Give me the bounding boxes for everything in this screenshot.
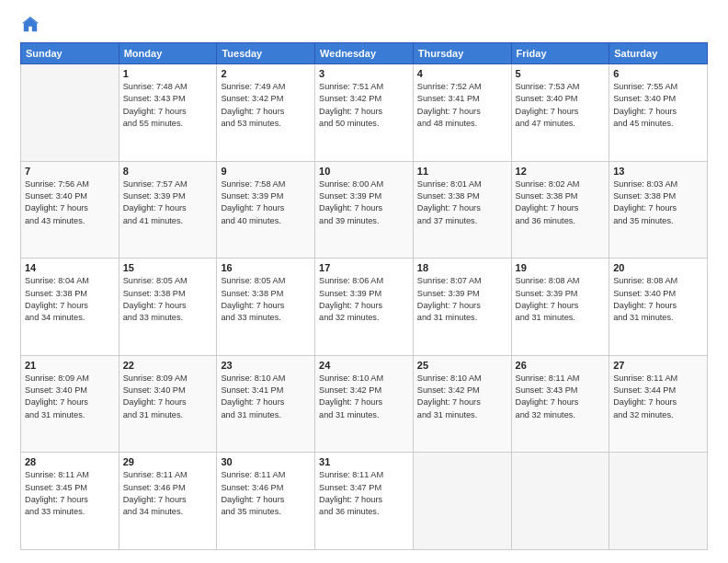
day-number: 2: [221, 68, 311, 79]
day-number: 22: [123, 360, 213, 371]
day-info: Sunrise: 7:58 AMSunset: 3:39 PMDaylight:…: [221, 178, 311, 227]
day-info: Sunrise: 8:01 AMSunset: 3:38 PMDaylight:…: [417, 178, 507, 227]
calendar-cell: 7Sunrise: 7:56 AMSunset: 3:40 PMDaylight…: [21, 161, 119, 259]
day-number: 18: [417, 262, 507, 273]
day-info: Sunrise: 8:11 AMSunset: 3:45 PMDaylight:…: [25, 469, 115, 518]
calendar-cell: 8Sunrise: 7:57 AMSunset: 3:39 PMDaylight…: [119, 161, 217, 259]
page: SundayMondayTuesdayWednesdayThursdayFrid…: [0, 0, 728, 563]
day-info: Sunrise: 8:11 AMSunset: 3:43 PMDaylight:…: [516, 373, 606, 421]
calendar-cell: 30Sunrise: 8:11 AMSunset: 3:46 PMDayligh…: [217, 453, 315, 550]
calendar-cell: 14Sunrise: 8:04 AMSunset: 3:38 PMDayligh…: [21, 259, 119, 356]
day-number: 24: [319, 360, 409, 371]
calendar-cell: 22Sunrise: 8:09 AMSunset: 3:40 PMDayligh…: [119, 355, 217, 453]
calendar-cell: 20Sunrise: 8:08 AMSunset: 3:40 PMDayligh…: [609, 259, 708, 356]
week-row-4: 21Sunrise: 8:09 AMSunset: 3:40 PMDayligh…: [21, 355, 708, 453]
day-number: 5: [516, 68, 606, 79]
day-info: Sunrise: 8:06 AMSunset: 3:39 PMDaylight:…: [319, 275, 409, 324]
day-info: Sunrise: 7:53 AMSunset: 3:40 PMDaylight:…: [516, 81, 606, 130]
calendar-cell: 18Sunrise: 8:07 AMSunset: 3:39 PMDayligh…: [413, 259, 511, 356]
day-number: 15: [123, 262, 213, 273]
day-info: Sunrise: 8:09 AMSunset: 3:40 PMDaylight:…: [123, 373, 213, 421]
calendar-cell: 9Sunrise: 7:58 AMSunset: 3:39 PMDaylight…: [217, 161, 315, 259]
week-row-2: 7Sunrise: 7:56 AMSunset: 3:40 PMDaylight…: [21, 161, 708, 259]
day-info: Sunrise: 8:08 AMSunset: 3:40 PMDaylight:…: [613, 275, 703, 324]
calendar-cell: 4Sunrise: 7:52 AMSunset: 3:41 PMDaylight…: [413, 64, 511, 162]
calendar-table: SundayMondayTuesdayWednesdayThursdayFrid…: [20, 42, 708, 550]
day-info: Sunrise: 8:11 AMSunset: 3:44 PMDaylight:…: [613, 373, 703, 421]
day-number: 13: [613, 166, 703, 177]
day-number: 8: [123, 166, 213, 177]
day-info: Sunrise: 8:03 AMSunset: 3:38 PMDaylight:…: [613, 178, 703, 227]
day-number: 30: [221, 456, 311, 467]
calendar-cell: 27Sunrise: 8:11 AMSunset: 3:44 PMDayligh…: [609, 355, 708, 453]
day-info: Sunrise: 7:51 AMSunset: 3:42 PMDaylight:…: [319, 81, 409, 130]
day-number: 11: [417, 166, 507, 177]
calendar-cell: 29Sunrise: 8:11 AMSunset: 3:46 PMDayligh…: [119, 453, 217, 550]
calendar-cell: 5Sunrise: 7:53 AMSunset: 3:40 PMDaylight…: [511, 64, 609, 162]
calendar-cell: 10Sunrise: 8:00 AMSunset: 3:39 PMDayligh…: [315, 161, 414, 259]
day-info: Sunrise: 8:10 AMSunset: 3:42 PMDaylight:…: [319, 373, 409, 421]
calendar-cell: 2Sunrise: 7:49 AMSunset: 3:42 PMDaylight…: [217, 64, 315, 162]
calendar-cell: 24Sunrise: 8:10 AMSunset: 3:42 PMDayligh…: [315, 355, 414, 453]
day-header-thursday: Thursday: [413, 43, 511, 64]
days-header-row: SundayMondayTuesdayWednesdayThursdayFrid…: [21, 43, 708, 64]
day-number: 9: [221, 166, 311, 177]
day-number: 23: [221, 360, 311, 371]
calendar-cell: [609, 453, 708, 550]
day-number: 27: [613, 360, 703, 371]
calendar-cell: 15Sunrise: 8:05 AMSunset: 3:38 PMDayligh…: [119, 259, 217, 356]
day-info: Sunrise: 8:08 AMSunset: 3:39 PMDaylight:…: [516, 275, 606, 324]
day-number: 4: [417, 68, 507, 79]
calendar-cell: 21Sunrise: 8:09 AMSunset: 3:40 PMDayligh…: [21, 355, 119, 453]
week-row-5: 28Sunrise: 8:11 AMSunset: 3:45 PMDayligh…: [21, 453, 708, 550]
logo: [20, 17, 39, 33]
day-number: 31: [319, 456, 409, 467]
day-number: 20: [613, 262, 703, 273]
calendar-cell: 26Sunrise: 8:11 AMSunset: 3:43 PMDayligh…: [511, 355, 609, 453]
calendar-cell: 13Sunrise: 8:03 AMSunset: 3:38 PMDayligh…: [609, 161, 708, 259]
day-number: 25: [417, 360, 507, 371]
calendar-cell: 3Sunrise: 7:51 AMSunset: 3:42 PMDaylight…: [315, 64, 414, 162]
header: [20, 17, 708, 33]
day-info: Sunrise: 7:57 AMSunset: 3:39 PMDaylight:…: [123, 178, 213, 227]
day-info: Sunrise: 8:05 AMSunset: 3:38 PMDaylight:…: [221, 275, 311, 324]
calendar-cell: 12Sunrise: 8:02 AMSunset: 3:38 PMDayligh…: [511, 161, 609, 259]
calendar-cell: 19Sunrise: 8:08 AMSunset: 3:39 PMDayligh…: [511, 259, 609, 356]
day-header-monday: Monday: [119, 43, 217, 64]
day-info: Sunrise: 7:48 AMSunset: 3:43 PMDaylight:…: [123, 81, 213, 130]
day-info: Sunrise: 8:04 AMSunset: 3:38 PMDaylight:…: [25, 275, 115, 324]
day-info: Sunrise: 8:10 AMSunset: 3:42 PMDaylight:…: [417, 373, 507, 421]
day-number: 28: [25, 456, 115, 467]
day-info: Sunrise: 8:11 AMSunset: 3:46 PMDaylight:…: [123, 469, 213, 518]
day-header-saturday: Saturday: [609, 43, 708, 64]
day-number: 12: [516, 166, 606, 177]
day-info: Sunrise: 7:52 AMSunset: 3:41 PMDaylight:…: [417, 81, 507, 130]
day-info: Sunrise: 8:02 AMSunset: 3:38 PMDaylight:…: [516, 178, 606, 227]
day-number: 7: [25, 166, 115, 177]
day-info: Sunrise: 7:49 AMSunset: 3:42 PMDaylight:…: [221, 81, 311, 130]
day-info: Sunrise: 8:07 AMSunset: 3:39 PMDaylight:…: [417, 275, 507, 324]
day-number: 14: [25, 262, 115, 273]
logo-icon: [22, 17, 39, 33]
day-number: 10: [319, 166, 409, 177]
day-info: Sunrise: 8:05 AMSunset: 3:38 PMDaylight:…: [123, 275, 213, 324]
calendar-cell: 23Sunrise: 8:10 AMSunset: 3:41 PMDayligh…: [217, 355, 315, 453]
day-number: 17: [319, 262, 409, 273]
calendar-cell: 31Sunrise: 8:11 AMSunset: 3:47 PMDayligh…: [315, 453, 414, 550]
calendar-cell: 17Sunrise: 8:06 AMSunset: 3:39 PMDayligh…: [315, 259, 414, 356]
day-number: 29: [123, 456, 213, 467]
day-number: 21: [25, 360, 115, 371]
day-info: Sunrise: 8:09 AMSunset: 3:40 PMDaylight:…: [25, 373, 115, 421]
day-info: Sunrise: 8:11 AMSunset: 3:47 PMDaylight:…: [319, 469, 409, 518]
day-number: 1: [123, 68, 213, 79]
calendar-cell: 1Sunrise: 7:48 AMSunset: 3:43 PMDaylight…: [119, 64, 217, 162]
day-info: Sunrise: 7:55 AMSunset: 3:40 PMDaylight:…: [613, 81, 703, 130]
day-number: 26: [516, 360, 606, 371]
day-number: 16: [221, 262, 311, 273]
calendar-cell: [21, 64, 119, 162]
day-header-sunday: Sunday: [21, 43, 119, 64]
day-info: Sunrise: 8:11 AMSunset: 3:46 PMDaylight:…: [221, 469, 311, 518]
calendar-cell: 11Sunrise: 8:01 AMSunset: 3:38 PMDayligh…: [413, 161, 511, 259]
week-row-3: 14Sunrise: 8:04 AMSunset: 3:38 PMDayligh…: [21, 259, 708, 356]
day-number: 3: [319, 68, 409, 79]
